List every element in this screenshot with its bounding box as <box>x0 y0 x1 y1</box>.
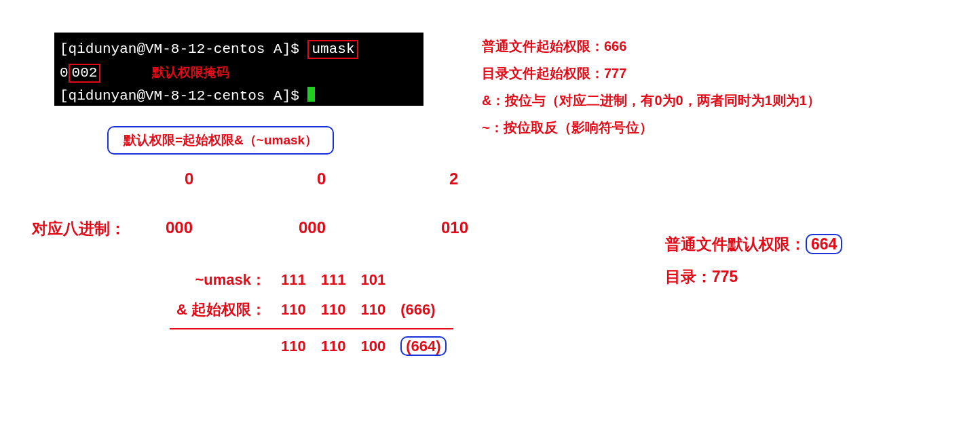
calculation-block: ~umask： 111 111 101 & 起始权限： 110 110 110 … <box>168 264 455 361</box>
note-and-op: &：按位与（对应二进制，有0为0，两者同时为1则为1） <box>482 87 821 114</box>
digit-3: 2 <box>449 169 458 188</box>
cursor-icon <box>307 87 315 102</box>
result-file-label: 普通文件默认权限： <box>665 235 806 253</box>
mask-code-label: 默认权限掩码 <box>152 65 229 79</box>
divider-line <box>170 328 453 329</box>
results-block: 普通文件默认权限：664 目录：775 <box>665 228 842 294</box>
start-perm-label: 起始权限： <box>191 301 266 318</box>
bits: 111 <box>314 266 353 294</box>
bits: 110 <box>274 296 313 324</box>
terminal-line-2: 0002 默认权限掩码 <box>60 62 418 85</box>
umask-inv-label: ~umask： <box>195 271 266 288</box>
octal-group-1: 000 <box>166 218 193 237</box>
result-file-value: 664 <box>806 234 842 254</box>
prompt: [qidunyan@VM-8-12-centos A]$ <box>60 88 307 104</box>
octal-group-3: 010 <box>441 218 468 237</box>
calc-row-result: 110 110 100 (664) <box>170 334 453 359</box>
terminal-window: [qidunyan@VM-8-12-centos A]$ umask 0002 … <box>54 33 423 106</box>
bits: 100 <box>354 334 392 359</box>
bits: 111 <box>274 266 313 294</box>
digit-1: 0 <box>185 169 193 188</box>
bits: 101 <box>354 266 392 294</box>
bits: 110 <box>274 334 313 359</box>
umask-output-highlight: 002 <box>69 64 101 83</box>
calc-row-start: & 起始权限： 110 110 110 (666) <box>170 296 453 324</box>
calc-table: ~umask： 111 111 101 & 起始权限： 110 110 110 … <box>168 264 455 361</box>
start-perm-octal: (666) <box>394 296 453 324</box>
umask-command-highlight: umask <box>307 40 358 59</box>
note-file-start: 普通文件起始权限：666 <box>482 33 821 60</box>
prompt: [qidunyan@VM-8-12-centos A]$ <box>60 41 307 57</box>
and-operator: & <box>176 301 187 318</box>
result-file-line: 普通文件默认权限：664 <box>665 228 842 260</box>
bits: 110 <box>314 296 353 324</box>
result-highlight: (664) <box>400 336 446 356</box>
digit-2: 0 <box>317 169 326 188</box>
formula-box: 默认权限=起始权限&（~umask） <box>107 126 334 155</box>
calc-row-umask: ~umask： 111 111 101 <box>170 266 453 294</box>
octal-group-2: 000 <box>299 218 326 237</box>
terminal-line-3: [qidunyan@VM-8-12-centos A]$ <box>60 85 418 108</box>
note-dir-start: 目录文件起始权限：777 <box>482 60 821 87</box>
bits: 110 <box>314 334 353 359</box>
result-dir-line: 目录：775 <box>665 260 842 293</box>
terminal-line-1: [qidunyan@VM-8-12-centos A]$ umask <box>60 38 418 62</box>
notes-block: 普通文件起始权限：666 目录文件起始权限：777 &：按位与（对应二进制，有0… <box>482 33 821 141</box>
formula-text: 默认权限=起始权限&（~umask） <box>124 133 318 147</box>
umask-output-prefix: 0 <box>60 65 69 81</box>
octal-label: 对应八进制： <box>32 218 126 239</box>
bits: 110 <box>354 296 392 324</box>
note-not-op: ~：按位取反（影响符号位） <box>482 114 821 141</box>
